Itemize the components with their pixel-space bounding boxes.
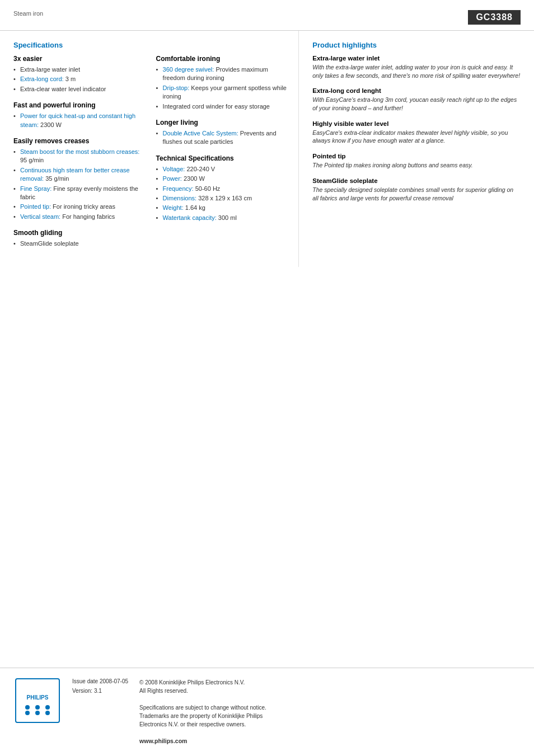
section-fast: Fast and powerful ironing Power for quic… — [13, 101, 145, 129]
link-text: Extra-long cord: — [20, 76, 64, 82]
version-row: Version: 3.1 — [72, 688, 128, 694]
page-wrapper: Steam iron GC3388 Specifications 3x easi… — [0, 0, 534, 756]
list-item: Pointed tip: For ironing tricky areas — [13, 203, 145, 211]
link-text: Drip-stop: — [163, 84, 190, 91]
svg-text:PHILIPS: PHILIPS — [26, 694, 48, 701]
list-item: Frequency: 50-60 Hz — [156, 185, 288, 193]
version-value: 3.1 — [94, 688, 102, 694]
list-item: Extra-clear water level indicator — [13, 85, 145, 93]
left-sub-col-2: Comfortable ironing 360 degree swivel: P… — [151, 55, 288, 256]
svg-point-5 — [25, 711, 30, 715]
link-text: Pointed tip: — [20, 203, 51, 210]
list-comfortable: 360 degree swivel: Provides maximum free… — [156, 65, 288, 111]
list-item: SteamGlide soleplate — [13, 240, 145, 248]
highlight-title: Extra-large water inlet — [312, 55, 521, 62]
section-title-comfortable: Comfortable ironing — [156, 55, 288, 63]
list-item: Weight: 1.64 kg — [156, 204, 288, 212]
list-item: Voltage: 220-240 V — [156, 165, 288, 173]
list-item: Steam boost for the most stubborn crease… — [13, 148, 145, 165]
link-text: Dimensions: — [163, 195, 197, 201]
list-item: Extra-long cord: 3 m — [13, 75, 145, 83]
section-technical: Technical Specifications Voltage: 220-24… — [156, 154, 288, 222]
highlight-desc: With EasyCare's extra-long 3m cord, youc… — [312, 96, 521, 112]
section-comfortable: Comfortable ironing 360 degree swivel: P… — [156, 55, 288, 111]
link-text: Steam boost for the most stubborn crease… — [20, 148, 139, 155]
section-longer: Longer living Double Active Calc System:… — [156, 119, 288, 147]
list-item: Dimensions: 328 x 129 x 163 cm — [156, 194, 288, 203]
legal-text: Specifications are subject to change wit… — [139, 703, 521, 729]
section-title-longer: Longer living — [156, 119, 288, 126]
highlight-title: Extra-long cord lenght — [312, 87, 521, 94]
list-technical: Voltage: 220-240 V Power: 2300 W Frequen… — [156, 165, 288, 222]
copyright-text: © 2008 Koninklijke Philips Electronics N… — [139, 678, 521, 695]
list-easier: Extra-large water inlet Extra-long cord:… — [13, 65, 145, 93]
list-item: Integrated cord winder for easy storage — [156, 102, 288, 111]
specs-two-col: 3x easier Extra-large water inlet Extra-… — [13, 55, 287, 256]
section-title-fast: Fast and powerful ironing — [13, 101, 145, 109]
issue-date: 2008-07-05 — [100, 678, 128, 684]
footer-legal: © 2008 Koninklijke Philips Electronics N… — [139, 678, 521, 746]
link-text: Vertical steam: — [20, 213, 60, 220]
right-column: Product highlights Extra-large water inl… — [299, 31, 534, 267]
left-sub-col-1: 3x easier Extra-large water inlet Extra-… — [13, 55, 151, 256]
svg-point-6 — [35, 711, 40, 715]
highlight-title: Highly visible water level — [312, 120, 521, 127]
issue-label: Issue date — [72, 678, 100, 684]
list-item: Fine Spray: Fine spray evenly moistens t… — [13, 185, 145, 202]
philips-logo-svg: PHILIPS — [15, 678, 60, 723]
link-text: Fine Spray: — [20, 185, 51, 192]
version-label: Version: — [72, 688, 92, 694]
list-item: Continuous high steam for better crease … — [13, 166, 145, 184]
link-text: Voltage: — [163, 166, 185, 172]
highlight-title: Pointed tip — [312, 153, 521, 159]
footer: PHILIPS Issue date 2008-07-05 Version: 3… — [0, 668, 534, 756]
main-content: Specifications 3x easier Extra-large wat… — [0, 31, 534, 267]
link-text: Power: — [163, 175, 182, 182]
list-smooth: SteamGlide soleplate — [13, 240, 145, 248]
highlight-water-level: Highly visible water level EasyCare's ex… — [312, 120, 521, 145]
list-removes: Steam boost for the most stubborn crease… — [13, 148, 145, 221]
issue-date-row: Issue date 2008-07-05 — [72, 678, 128, 684]
section-title-easier: 3x easier — [13, 55, 145, 63]
footer-meta: Issue date 2008-07-05 Version: 3.1 — [72, 678, 128, 694]
svg-rect-0 — [16, 679, 59, 722]
section-title-smooth: Smooth gliding — [13, 229, 145, 237]
link-text: Power for quick heat-up and constant hig… — [20, 112, 135, 128]
section-title-removes: Easily removes creases — [13, 137, 145, 145]
highlight-desc: EasyCare's extra-clear indicator makes t… — [312, 129, 521, 145]
list-item: Double Active Calc System: Prevents and … — [156, 129, 288, 147]
link-text: Double Active Calc System: — [163, 130, 238, 137]
list-longer: Double Active Calc System: Prevents and … — [156, 129, 288, 147]
highlight-desc: The specially designed soleplate combine… — [312, 186, 521, 202]
model-number: GC3388 — [468, 10, 521, 25]
link-text: Frequency: — [163, 185, 194, 192]
specs-heading: Specifications — [13, 41, 287, 49]
svg-point-3 — [35, 705, 40, 710]
section-removes: Easily removes creases Steam boost for t… — [13, 137, 145, 221]
link-text: Continuous high steam for better crease … — [20, 167, 130, 182]
link-text: Watertank capacity: — [163, 214, 217, 221]
section-title-technical: Technical Specifications — [156, 154, 288, 162]
highlight-cord: Extra-long cord lenght With EasyCare's e… — [312, 87, 521, 112]
link-text: 360 degree swivel: — [163, 66, 214, 73]
highlight-soleplate: SteamGlide soleplate The specially desig… — [312, 177, 521, 202]
highlight-pointed: Pointed tip The Pointed tip makes ironin… — [312, 153, 521, 170]
list-item: 360 degree swivel: Provides maximum free… — [156, 65, 288, 83]
highlight-title: SteamGlide soleplate — [312, 177, 521, 184]
list-item: Drip-stop: Keeps your garment spotless w… — [156, 84, 288, 101]
highlight-water-inlet: Extra-large water inlet With the extra-l… — [312, 55, 521, 79]
svg-point-4 — [45, 705, 50, 710]
list-item: Vertical steam: For hanging fabrics — [13, 213, 145, 221]
section-easier: 3x easier Extra-large water inlet Extra-… — [13, 55, 145, 93]
product-name: Steam iron — [13, 10, 43, 17]
link-text: Weight: — [163, 204, 184, 211]
svg-point-7 — [45, 711, 50, 715]
header: Steam iron GC3388 — [0, 0, 534, 31]
philips-logo: PHILIPS — [13, 678, 61, 723]
list-item: Power for quick heat-up and constant hig… — [13, 112, 145, 129]
svg-point-2 — [25, 705, 30, 710]
website: www.philips.com — [139, 737, 521, 746]
highlights-heading: Product highlights — [312, 41, 521, 49]
section-smooth: Smooth gliding SteamGlide soleplate — [13, 229, 145, 248]
list-item: Watertank capacity: 300 ml — [156, 214, 288, 222]
